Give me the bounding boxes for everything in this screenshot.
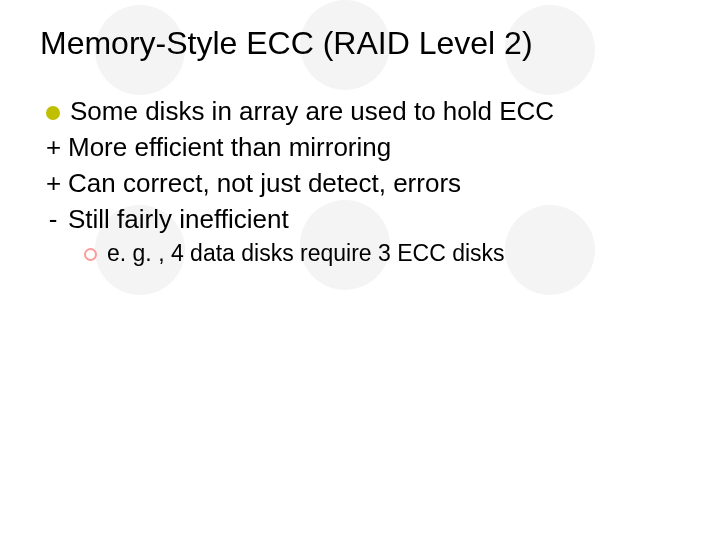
bullet-item: + Can correct, not just detect, errors: [46, 166, 684, 202]
plus-marker: +: [46, 166, 60, 202]
bullet-text: Can correct, not just detect, errors: [68, 166, 461, 202]
sub-bullet-text: e. g. , 4 data disks require 3 ECC disks: [107, 238, 505, 270]
bullet-item: + More efficient than mirroring: [46, 130, 684, 166]
plus-marker: +: [46, 130, 60, 166]
slide: Memory-Style ECC (RAID Level 2) Some dis…: [0, 0, 720, 270]
bullet-item: - Still fairly inefficient: [46, 202, 684, 238]
bullet-text: Some disks in array are used to hold ECC: [70, 94, 554, 130]
slide-title: Memory-Style ECC (RAID Level 2): [40, 24, 684, 62]
bullet-text: More efficient than mirroring: [68, 130, 391, 166]
bullet-item: Some disks in array are used to hold ECC: [46, 94, 684, 130]
disc-bullet-icon: [46, 106, 60, 120]
sub-list: e. g. , 4 data disks require 3 ECC disks: [46, 238, 684, 270]
minus-marker: -: [46, 202, 60, 238]
sub-bullet-item: e. g. , 4 data disks require 3 ECC disks: [84, 238, 684, 270]
ring-bullet-icon: [84, 248, 97, 261]
bullet-text: Still fairly inefficient: [68, 202, 289, 238]
slide-body: Some disks in array are used to hold ECC…: [36, 94, 684, 269]
